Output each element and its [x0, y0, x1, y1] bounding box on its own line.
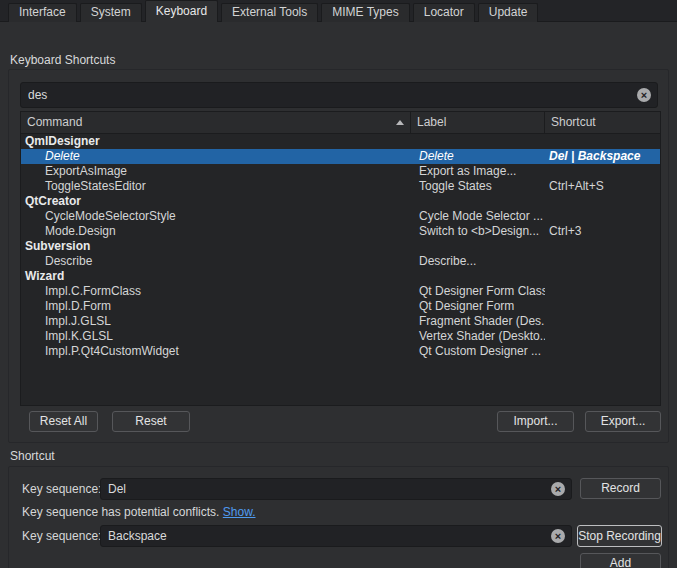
- import-button[interactable]: Import...: [497, 411, 574, 432]
- cell-label: [411, 239, 545, 254]
- shortcut-table-header: Command Label Shortcut: [21, 112, 660, 134]
- shortcut-group-title: Shortcut: [10, 449, 55, 463]
- cell-shortcut: [545, 344, 660, 359]
- cell-shortcut: [545, 329, 660, 344]
- cell-command: CycleModeSelectorStyle: [21, 209, 411, 224]
- cell-shortcut: [545, 314, 660, 329]
- table-row[interactable]: DescribeDescribe...: [21, 254, 660, 269]
- key-sequence-2-label: Key sequence:: [22, 525, 101, 547]
- export-button[interactable]: Export...: [585, 411, 661, 432]
- cell-label: [411, 194, 545, 209]
- cell-label: [411, 269, 545, 284]
- cell-shortcut: Del | Backspace: [545, 149, 660, 164]
- column-header-label[interactable]: Label: [411, 112, 545, 133]
- cell-shortcut: Ctrl+Alt+S: [545, 179, 660, 194]
- key-sequence-1-label: Key sequence:: [22, 478, 101, 500]
- cell-label: Switch to <b>Design...: [411, 224, 545, 239]
- tab-bar: InterfaceSystemKeyboardExternal ToolsMIM…: [0, 0, 677, 22]
- table-row[interactable]: Impl.D.FormQt Designer Form: [21, 299, 660, 314]
- cell-shortcut: [545, 254, 660, 269]
- cell-shortcut: Ctrl+3: [545, 224, 660, 239]
- key-sequence-2-field[interactable]: ×: [100, 525, 572, 547]
- cell-shortcut: [545, 284, 660, 299]
- clear-key-sequence-2-icon[interactable]: ×: [551, 529, 565, 543]
- shortcut-table: Command Label Shortcut QmlDesignerDelete…: [20, 111, 661, 406]
- key-sequence-1-field[interactable]: ×: [100, 478, 572, 500]
- conflict-warning-text: Key sequence has potential conflicts.: [22, 505, 223, 519]
- cell-command: Subversion: [21, 239, 411, 254]
- table-row[interactable]: ToggleStatesEditorToggle StatesCtrl+Alt+…: [21, 179, 660, 194]
- cell-command: Delete: [21, 149, 411, 164]
- cell-command: Wizard: [21, 269, 411, 284]
- cell-shortcut: [545, 299, 660, 314]
- table-row[interactable]: Mode.DesignSwitch to <b>Design...Ctrl+3: [21, 224, 660, 239]
- cell-command: Impl.P.Qt4CustomWidget: [21, 344, 411, 359]
- cell-shortcut: [545, 134, 660, 149]
- tab-interface[interactable]: Interface: [8, 3, 77, 22]
- cell-label: Describe...: [411, 254, 545, 269]
- clear-key-sequence-1-icon[interactable]: ×: [551, 482, 565, 496]
- tab-external-tools[interactable]: External Tools: [221, 3, 318, 22]
- sort-ascending-icon: [396, 120, 404, 125]
- reset-button[interactable]: Reset: [112, 411, 190, 432]
- cell-shortcut: [545, 269, 660, 284]
- cell-command: Describe: [21, 254, 411, 269]
- cell-command: ExportAsImage: [21, 164, 411, 179]
- cell-label: Cycle Mode Selector ...: [411, 209, 545, 224]
- cell-label: Qt Designer Form Class: [411, 284, 545, 299]
- table-group-row[interactable]: QtCreator: [21, 194, 660, 209]
- cell-command: Impl.J.GLSL: [21, 314, 411, 329]
- conflict-warning: Key sequence has potential conflicts. Sh…: [22, 505, 256, 519]
- cell-command: QmlDesigner: [21, 134, 411, 149]
- column-header-shortcut[interactable]: Shortcut: [545, 112, 660, 133]
- cell-command: Mode.Design: [21, 224, 411, 239]
- show-conflicts-link[interactable]: Show.: [223, 505, 256, 519]
- key-sequence-2-input[interactable]: [101, 526, 545, 546]
- preferences-window: InterfaceSystemKeyboardExternal ToolsMIM…: [0, 0, 677, 568]
- cell-command: QtCreator: [21, 194, 411, 209]
- reset-all-button[interactable]: Reset All: [29, 411, 98, 432]
- cell-shortcut: [545, 239, 660, 254]
- search-input[interactable]: [21, 83, 631, 107]
- add-button[interactable]: Add: [580, 553, 661, 568]
- table-row[interactable]: ExportAsImageExport as Image...: [21, 164, 660, 179]
- cell-label: Export as Image...: [411, 164, 545, 179]
- table-row[interactable]: Impl.C.FormClassQt Designer Form Class: [21, 284, 660, 299]
- key-sequence-1-input[interactable]: [101, 479, 545, 499]
- cell-label: Delete: [411, 149, 545, 164]
- tab-mime-types[interactable]: MIME Types: [321, 3, 409, 22]
- stop-recording-button[interactable]: Stop Recording: [577, 525, 662, 547]
- cell-label: [411, 134, 545, 149]
- cell-command: Impl.K.GLSL: [21, 329, 411, 344]
- cell-command: ToggleStatesEditor: [21, 179, 411, 194]
- tab-keyboard[interactable]: Keyboard: [145, 0, 218, 22]
- table-row[interactable]: CycleModeSelectorStyleCycle Mode Selecto…: [21, 209, 660, 224]
- table-group-row[interactable]: Wizard: [21, 269, 660, 284]
- cell-label: Fragment Shader (Des...: [411, 314, 545, 329]
- table-group-row[interactable]: Subversion: [21, 239, 660, 254]
- cell-label: Vertex Shader (Deskto...: [411, 329, 545, 344]
- shortcut-table-body: QmlDesignerDeleteDeleteDel | BackspaceEx…: [21, 134, 660, 405]
- table-row[interactable]: Impl.K.GLSLVertex Shader (Deskto...: [21, 329, 660, 344]
- cell-command: Impl.C.FormClass: [21, 284, 411, 299]
- cell-shortcut: [545, 194, 660, 209]
- table-row[interactable]: DeleteDeleteDel | Backspace: [21, 149, 660, 164]
- cell-command: Impl.D.Form: [21, 299, 411, 314]
- tab-pane: Keyboard Shortcuts × Command Label Short…: [0, 21, 677, 568]
- table-row[interactable]: Impl.P.Qt4CustomWidgetQt Custom Designer…: [21, 344, 660, 359]
- tab-update[interactable]: Update: [478, 3, 539, 22]
- cell-label: Qt Designer Form: [411, 299, 545, 314]
- tab-locator[interactable]: Locator: [413, 3, 475, 22]
- shortcut-filter-field[interactable]: ×: [20, 82, 658, 108]
- cell-shortcut: [545, 209, 660, 224]
- column-header-command[interactable]: Command: [21, 112, 411, 133]
- table-row[interactable]: Impl.J.GLSLFragment Shader (Des...: [21, 314, 660, 329]
- clear-search-icon[interactable]: ×: [637, 88, 651, 102]
- cell-label: Qt Custom Designer ...: [411, 344, 545, 359]
- keyboard-shortcuts-group-title: Keyboard Shortcuts: [10, 53, 115, 67]
- cell-shortcut: [545, 164, 660, 179]
- tab-system[interactable]: System: [80, 3, 142, 22]
- table-group-row[interactable]: QmlDesigner: [21, 134, 660, 149]
- record-button[interactable]: Record: [580, 478, 661, 499]
- cell-label: Toggle States: [411, 179, 545, 194]
